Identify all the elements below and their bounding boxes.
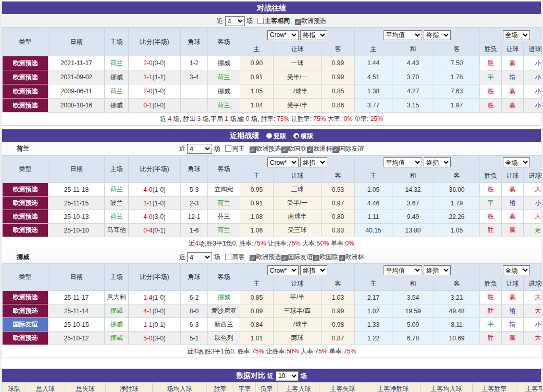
- cell-goals: 小: [524, 197, 543, 210]
- nl-friendly-checkbox[interactable]: ✓: [332, 146, 339, 153]
- near-label: 近: [179, 145, 186, 152]
- scope-select[interactable]: 全场: [503, 30, 530, 40]
- cell-handicap: 三球半/四: [274, 304, 322, 318]
- h2h-count-select[interactable]: 4: [225, 16, 245, 26]
- cell-avg-d: 4.27: [392, 84, 434, 99]
- no-count-select[interactable]: 4: [187, 252, 212, 262]
- cell-winloss: 平: [480, 197, 502, 210]
- nl-summary: 近4场,胜3平1负0, 胜率:75% 让胜率:75% 大率:50% 单率:0%: [2, 237, 541, 250]
- final-index-select-2[interactable]: 终指: [424, 157, 451, 167]
- col-type: 类型: [3, 264, 48, 291]
- no-nations-league-checkbox[interactable]: ✓: [313, 255, 319, 261]
- table-row: 欧洲预选 25-10-12 挪威 5-0(3-0) 5-1 以色列 1.01 两…: [3, 332, 543, 345]
- average-select[interactable]: 平均值: [384, 30, 422, 40]
- cell-away: 挪威: [208, 84, 240, 99]
- unit-label: 场: [214, 145, 220, 152]
- scope-select[interactable]: 全场: [503, 157, 530, 167]
- col-corner: 角球: [181, 156, 208, 183]
- average-select[interactable]: 平均值: [384, 157, 422, 167]
- cell-away: 挪威: [208, 291, 240, 304]
- nl-euro-qualifier-label: 欧洲预选: [256, 145, 281, 152]
- nl-euro-cup-checkbox[interactable]: ✓: [307, 146, 313, 153]
- col-date: 日期: [48, 264, 105, 291]
- final-index-select-2[interactable]: 终指: [424, 265, 451, 275]
- nl-table: 类型 日期 主场 比分(半场) 角球 客场 Crow* 终指 平均值 终指 全场…: [2, 155, 543, 237]
- cell-avg-a: 49.48: [434, 304, 480, 318]
- cell-odds-a: 0.85: [322, 84, 355, 99]
- col-h: 主: [240, 277, 274, 291]
- cell-let: 赢: [502, 183, 524, 197]
- cell-date: 25-10-10: [48, 224, 105, 237]
- bookmaker-select[interactable]: Crow*: [267, 265, 299, 275]
- no-euro-qualifier-label: 欧洲预选: [256, 253, 281, 261]
- cell-avg-h: 2.17: [355, 291, 392, 304]
- cell-date: 2021-11-17: [48, 56, 105, 70]
- nl-euro-qualifier-checkbox[interactable]: ✓: [250, 146, 256, 153]
- header-row-group: 类型 日期 主场 比分(半场) 角球 客场 Crow* 终指 平均值 终指 全场: [3, 28, 543, 42]
- table-row: 欧洲预选 2008-10-16 挪威 0-1(0-0) 荷兰 1.04 受平/半…: [3, 99, 543, 113]
- nl-count-select[interactable]: 4: [187, 144, 212, 154]
- cell-score: 1-4(1-0): [129, 291, 181, 304]
- header-row-group: 类型 日期 主场 比分(半场) 角球 客场 Crow* 终指 平均值 终指 全场: [3, 264, 543, 277]
- cell-away: 爱沙尼亚: [208, 304, 240, 318]
- no-friendly-checkbox[interactable]: ✓: [281, 255, 288, 261]
- table-row: 欧洲预选 25-10-13 荷兰 4-0(3-0) 12-1 芬兰 1.08 两…: [3, 210, 543, 224]
- cell-let: 赢: [502, 99, 524, 113]
- bookmaker-group: Crow* 终指: [240, 264, 355, 277]
- cell-corner: [181, 84, 208, 99]
- no-nations-league-label: 欧国联: [319, 253, 338, 261]
- cell-odds-h: 0.89: [240, 304, 274, 318]
- average-group: 平均值 终指: [355, 28, 480, 42]
- cell-handicap: 平/半: [274, 291, 322, 304]
- no-euro-cup-checkbox[interactable]: ✓: [339, 255, 345, 261]
- score-full: 4-1: [143, 308, 152, 315]
- nl-same-home-checkbox[interactable]: [225, 145, 231, 152]
- cell-type: 欧洲预选: [3, 332, 48, 345]
- cell-handicap: 一/球半: [274, 84, 322, 99]
- cell-winloss: 平: [480, 318, 502, 332]
- no-euro-qualifier-checkbox[interactable]: ✓: [250, 255, 256, 261]
- col-avg-a: 客: [434, 277, 480, 291]
- vertical-layout-label: 竖版: [274, 132, 286, 140]
- average-select[interactable]: 平均值: [384, 265, 422, 275]
- final-index-select[interactable]: 终指: [300, 265, 327, 275]
- cell-avg-d: 14.32: [392, 183, 434, 197]
- cell-corner: 5-3: [181, 183, 208, 197]
- bookmaker-select[interactable]: Crow*: [267, 157, 299, 167]
- cell-handicap: 三球: [274, 183, 322, 197]
- vertical-layout-radio[interactable]: [266, 133, 272, 139]
- cell-odds-h: 1.06: [240, 224, 274, 237]
- compare-count-select[interactable]: 10: [276, 371, 299, 381]
- euro-qualifier-checkbox[interactable]: ✓: [295, 19, 301, 25]
- cell-corner: 5-1: [181, 332, 208, 345]
- scope-select[interactable]: 全场: [503, 265, 530, 275]
- cell-corner: 3-4: [181, 70, 208, 84]
- cell-winloss: 胜: [480, 84, 502, 99]
- nl-nations-league-checkbox[interactable]: ✓: [281, 146, 288, 153]
- cell-avg-a: 3.21: [434, 291, 480, 304]
- cell-avg-h: 1.02: [355, 304, 392, 318]
- score-full: 1-1: [143, 200, 152, 207]
- final-index-select-2[interactable]: 终指: [424, 30, 451, 40]
- cell-avg-a: 7.50: [434, 56, 480, 70]
- final-index-select[interactable]: 终指: [300, 157, 327, 167]
- cell-handicap: 受半/一: [274, 197, 322, 210]
- cell-score: 0-1(0-0): [129, 99, 181, 113]
- cell-goals: 小: [524, 56, 543, 70]
- horizontal-layout-radio[interactable]: [293, 133, 299, 139]
- same-home-away-checkbox[interactable]: [257, 18, 264, 24]
- score-full: 1-1: [143, 321, 152, 328]
- cell-date: 25-11-15: [48, 197, 105, 210]
- cell-let: 赢: [502, 332, 524, 345]
- cell-avg-d: 3.15: [392, 99, 434, 113]
- col-corner: 角球: [181, 264, 208, 291]
- final-index-select[interactable]: 终指: [300, 30, 327, 40]
- bookmaker-select[interactable]: Crow*: [267, 30, 299, 40]
- cell-corner: 6-3: [181, 318, 208, 332]
- no-same-away-checkbox[interactable]: [225, 254, 231, 260]
- cell-goals: 大: [524, 183, 543, 197]
- cell-avg-d: 3.70: [392, 70, 434, 84]
- no-table: 类型 日期 主场 比分(半场) 角球 客场 Crow* 终指 平均值 终指 全场…: [2, 263, 543, 345]
- cell-home: 马耳他: [105, 224, 129, 237]
- score-half: (3-0): [153, 213, 166, 220]
